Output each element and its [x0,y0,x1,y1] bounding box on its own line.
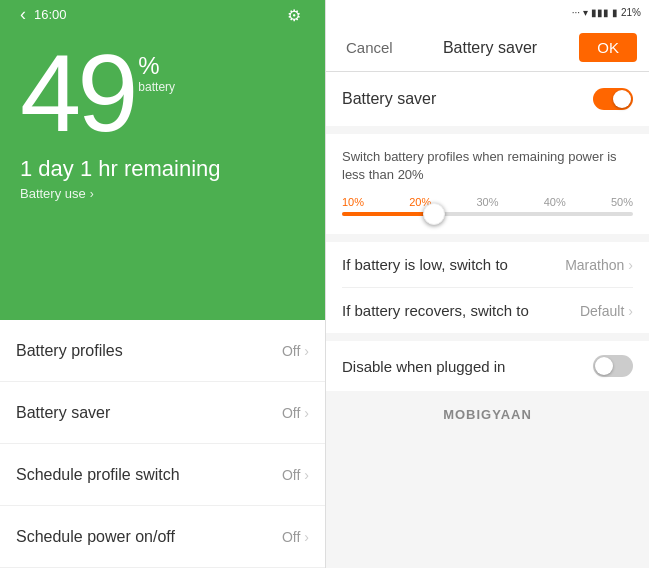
menu-item-right: Off › [282,405,309,421]
if-low-row[interactable]: If battery is low, switch to Marathon › [326,242,649,287]
watermark: MOBIGYAAN [326,399,649,430]
menu-item-battery-profiles[interactable]: Battery profiles Off › [0,320,325,382]
menu-item-label: Battery profiles [16,342,123,360]
right-status-bar: 12:26 ··· ▾ ▮▮▮ ▮ 21% [326,0,649,24]
cancel-button[interactable]: Cancel [338,35,401,60]
battery-label: battery [138,80,175,94]
left-panel: ‹ 16:00 ⚙ 49 % battery 1 day 1 hr remain… [0,0,325,568]
menu-item-label: Battery saver [16,404,110,422]
header-title: Battery saver [443,39,537,57]
right-header: Cancel Battery saver OK [326,24,649,72]
chevron-right-icon: › [304,405,309,421]
battery-saver-label: Battery saver [342,90,436,108]
battery-percentage-container: 49 % battery [20,38,305,148]
settings-icon[interactable]: ⚙ [287,6,309,28]
switch-section: If battery is low, switch to Marathon › … [326,242,649,333]
menu-item-label: Schedule profile switch [16,466,180,484]
chevron-right-icon: › [628,303,633,319]
percent-sign: % [138,52,175,80]
signal-dots-icon: ··· [572,7,580,18]
battery-use-chevron-icon: › [90,187,94,201]
chevron-right-icon: › [304,467,309,483]
status-icons: ··· ▾ ▮▮▮ ▮ 21% [572,7,641,18]
if-low-value: Marathon [565,257,624,273]
battery-number: 49 [20,38,134,148]
if-recovers-row[interactable]: If battery recovers, switch to Default › [326,288,649,333]
battery-percent: 21% [621,7,641,18]
slider-label-40: 40% [544,196,566,208]
plugged-label: Disable when plugged in [342,358,505,375]
menu-item-value: Off [282,467,300,483]
ok-button[interactable]: OK [579,33,637,62]
menu-item-schedule-profile[interactable]: Schedule profile switch Off › [0,444,325,506]
right-panel: 12:26 ··· ▾ ▮▮▮ ▮ 21% Cancel Battery sav… [325,0,649,568]
battery-screen: ‹ 16:00 ⚙ 49 % battery 1 day 1 hr remain… [0,0,325,320]
slider-label-30: 30% [476,196,498,208]
back-arrow-icon[interactable]: ‹ [20,4,26,25]
right-content: Battery saver Switch battery profiles wh… [326,72,649,568]
slider-track[interactable] [342,212,633,216]
chevron-right-icon: › [304,343,309,359]
menu-item-value: Off [282,405,300,421]
menu-item-right: Off › [282,343,309,359]
battery-saver-section: Battery saver [326,72,649,126]
battery-icon: ▮ [612,7,618,18]
slider-labels: 10% 20% 30% 40% 50% [342,196,633,208]
right-time: 12:26 [334,5,367,20]
wifi-icon: ▾ [583,7,588,18]
battery-percent-symbol: % battery [138,52,175,94]
watermark-logo: MOBIGYAAN [443,407,532,422]
menu-item-label: Schedule power on/off [16,528,175,546]
menu-item-right: Off › [282,467,309,483]
slider-description: Switch battery profiles when remaining p… [342,148,633,184]
plugged-section: Disable when plugged in [326,341,649,391]
battery-saver-toggle[interactable] [593,88,633,110]
chevron-right-icon: › [628,257,633,273]
plugged-toggle[interactable] [593,355,633,377]
battery-use-link[interactable]: Battery use › [20,186,305,201]
if-low-label: If battery is low, switch to [342,256,508,273]
menu-list: Battery profiles Off › Battery saver Off… [0,320,325,568]
menu-item-battery-saver[interactable]: Battery saver Off › [0,382,325,444]
slider-fill [342,212,429,216]
menu-item-schedule-power[interactable]: Schedule power on/off Off › [0,506,325,568]
menu-item-right: Off › [282,529,309,545]
slider-section: Switch battery profiles when remaining p… [326,134,649,234]
slider-thumb[interactable] [423,203,445,225]
signal-bars-icon: ▮▮▮ [591,7,609,18]
battery-saver-row: Battery saver [326,72,649,126]
if-recovers-right: Default › [580,303,633,319]
menu-item-value: Off [282,529,300,545]
status-bar-left: ‹ 16:00 [20,0,305,28]
if-low-right: Marathon › [565,257,633,273]
chevron-right-icon: › [304,529,309,545]
slider-label-10: 10% [342,196,364,208]
slider-label-50: 50% [611,196,633,208]
if-recovers-value: Default [580,303,624,319]
remaining-text: 1 day 1 hr remaining [20,156,305,182]
if-recovers-label: If battery recovers, switch to [342,302,529,319]
time-display: 16:00 [34,7,67,22]
menu-item-value: Off [282,343,300,359]
